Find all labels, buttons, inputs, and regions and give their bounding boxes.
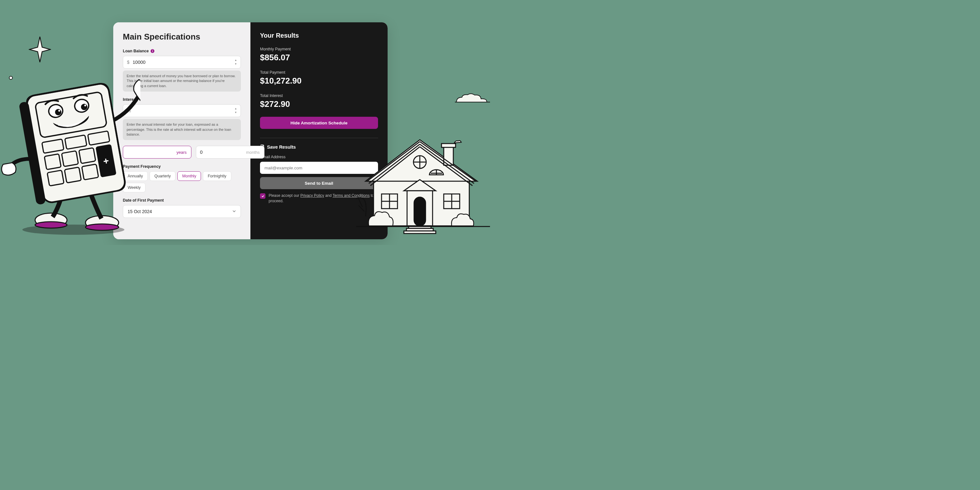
date-label: Date of First Payment — [123, 198, 241, 202]
interest-help-text: Enter the annual interest rate for your … — [123, 119, 241, 140]
frequency-option-quarterly[interactable]: Quarterly — [150, 171, 175, 181]
monthly-payment-label: Monthly Payment — [260, 47, 378, 51]
svg-rect-20 — [79, 148, 96, 163]
terms-link[interactable]: Terms and Conditions — [333, 193, 370, 198]
stepper-up-icon[interactable]: ▲ — [234, 59, 238, 62]
interest-input[interactable] — [134, 108, 237, 113]
consent-row: Please accept our Privacy Policy and Ter… — [260, 193, 378, 204]
interest-field: Interest % ▲ ▼ Enter the annual interest… — [123, 97, 241, 140]
interest-label: Interest — [123, 97, 137, 102]
svg-point-12 — [80, 103, 88, 111]
frequency-option-monthly[interactable]: Monthly — [177, 171, 201, 181]
total-payment-label: Total Payment — [260, 70, 378, 75]
svg-point-2 — [35, 213, 67, 227]
years-input-wrap: years — [123, 146, 191, 159]
calculator-card: Main Specifications Loan Balance i $ ▲ ▼… — [113, 22, 388, 239]
loan-balance-label: Loan Balance — [123, 49, 149, 53]
date-value: 15 Oct 2024 — [127, 209, 152, 214]
monthly-payment-value: $856.07 — [260, 52, 378, 62]
svg-rect-21 — [47, 170, 64, 186]
svg-point-37 — [414, 156, 426, 169]
email-input-wrap — [260, 162, 378, 174]
svg-rect-24 — [96, 145, 116, 177]
consent-text: Please accept our Privacy Policy and Ter… — [269, 193, 378, 204]
send-email-button[interactable]: Send to Email — [260, 177, 378, 189]
svg-rect-26 — [374, 178, 469, 226]
email-label: Email Address — [260, 155, 378, 159]
years-suffix: years — [177, 150, 187, 155]
results-panel: Your Results Monthly Payment $856.07 Tot… — [250, 22, 388, 239]
frequency-field: Payment Frequency AnnuallyQuarterlyMonth… — [123, 164, 241, 192]
date-field: Date of First Payment 15 Oct 2024 — [123, 198, 241, 218]
frequency-option-fortnightly[interactable]: Fortnightly — [203, 171, 231, 181]
loan-balance-field: Loan Balance i $ ▲ ▼ Enter the total amo… — [123, 49, 241, 92]
svg-rect-43 — [406, 228, 433, 231]
loan-help-text: Enter the total amount of money you have… — [123, 70, 241, 92]
total-interest-value: $272.90 — [260, 99, 378, 109]
percent-prefix: % — [127, 108, 131, 113]
frequency-option-annually[interactable]: Annually — [123, 171, 148, 181]
svg-rect-29 — [407, 191, 433, 226]
term-field: years months — [123, 146, 241, 159]
svg-rect-34 — [444, 194, 460, 208]
privacy-link[interactable]: Privacy Policy — [300, 193, 324, 198]
info-icon[interactable]: i — [151, 49, 154, 53]
panel-title: Main Specifications — [123, 32, 241, 42]
interest-input-wrap: % ▲ ▼ — [123, 104, 241, 117]
svg-rect-44 — [404, 231, 436, 234]
sparkle-decoration — [29, 35, 51, 64]
svg-rect-15 — [42, 139, 64, 153]
svg-point-11 — [54, 108, 62, 116]
svg-rect-19 — [62, 151, 78, 167]
consent-checkbox[interactable] — [260, 193, 266, 199]
stepper-down-icon[interactable]: ▼ — [234, 62, 238, 66]
total-payment-value: $10,272.90 — [260, 76, 378, 86]
svg-rect-22 — [64, 167, 81, 183]
svg-rect-8 — [35, 92, 107, 138]
date-select[interactable]: 15 Oct 2024 — [123, 205, 241, 218]
svg-rect-16 — [65, 135, 87, 149]
svg-point-3 — [35, 222, 67, 228]
stepper-down-icon[interactable]: ▼ — [234, 111, 238, 114]
email-input[interactable] — [264, 165, 374, 170]
svg-rect-27 — [444, 146, 453, 165]
svg-point-1 — [22, 224, 124, 235]
svg-rect-17 — [88, 131, 110, 145]
months-input-wrap: months — [196, 146, 264, 159]
svg-text:+: + — [102, 155, 110, 167]
toggle-schedule-button[interactable]: Hide Amortization Schedule — [260, 117, 378, 129]
specifications-panel: Main Specifications Loan Balance i $ ▲ ▼… — [113, 22, 250, 239]
save-results-heading: Save Results — [260, 145, 378, 150]
frequency-label: Payment Frequency — [123, 164, 241, 169]
total-interest-label: Total Interest — [260, 94, 378, 98]
dot-decoration — [9, 76, 13, 80]
chevron-down-icon — [232, 208, 236, 215]
save-results-label: Save Results — [267, 145, 296, 150]
frequency-option-weekly[interactable]: Weekly — [123, 183, 145, 192]
months-suffix: months — [246, 150, 260, 155]
svg-rect-42 — [409, 226, 431, 228]
svg-rect-28 — [442, 143, 455, 147]
svg-point-9 — [48, 103, 64, 118]
results-title: Your Results — [260, 32, 378, 39]
svg-rect-30 — [414, 197, 426, 226]
dollar-prefix: $ — [127, 60, 129, 65]
divider — [260, 138, 378, 138]
stepper-up-icon[interactable]: ▲ — [234, 107, 238, 110]
svg-rect-23 — [82, 164, 99, 180]
svg-point-14 — [84, 104, 86, 107]
svg-rect-7 — [19, 101, 46, 205]
cloud-decoration — [455, 92, 490, 104]
svg-point-10 — [74, 98, 90, 113]
svg-rect-18 — [45, 154, 61, 169]
svg-rect-6 — [26, 82, 126, 204]
svg-point-13 — [58, 110, 60, 112]
loan-balance-input[interactable] — [133, 60, 237, 65]
loan-balance-input-wrap: $ ▲ ▼ — [123, 56, 241, 68]
